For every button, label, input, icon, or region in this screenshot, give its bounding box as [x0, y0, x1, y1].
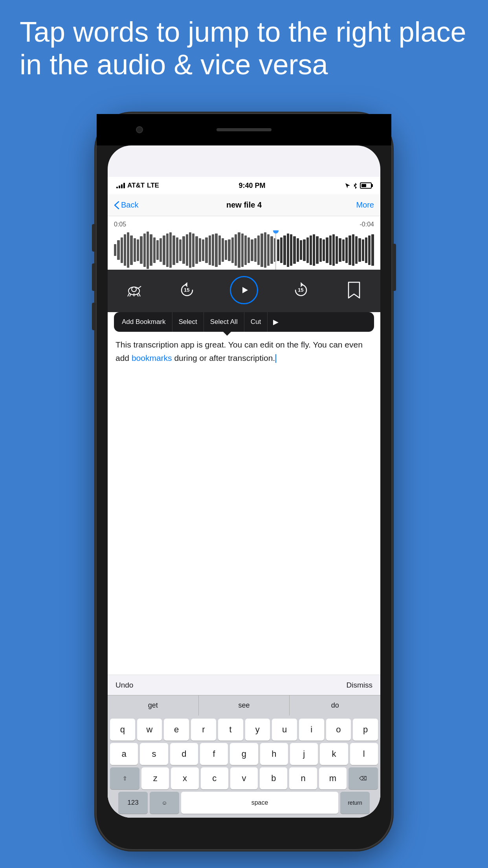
- waveform-bar: [310, 235, 312, 265]
- skip-back-icon: 15: [177, 280, 197, 300]
- bookmark-button[interactable]: [344, 280, 364, 300]
- carrier-label: AT&T: [127, 182, 145, 189]
- cut-menu-item[interactable]: Cut: [244, 312, 268, 332]
- key-v[interactable]: v: [230, 767, 258, 789]
- key-b[interactable]: b: [260, 767, 287, 789]
- key-s[interactable]: s: [140, 743, 168, 765]
- key-return-label: return: [348, 800, 362, 806]
- key-u[interactable]: u: [272, 719, 297, 741]
- key-row-4: 123 ☺ space return: [110, 792, 378, 814]
- key-p[interactable]: p: [353, 719, 378, 741]
- key-w[interactable]: w: [137, 719, 162, 741]
- key-q[interactable]: q: [110, 719, 135, 741]
- key-return[interactable]: return: [340, 792, 370, 814]
- waveform-bar: [140, 236, 142, 264]
- key-e[interactable]: e: [164, 719, 189, 741]
- key-space-label: space: [251, 799, 268, 806]
- key-numbers-label: 123: [127, 799, 138, 807]
- waveform-bar: [329, 235, 332, 265]
- key-h[interactable]: h: [260, 743, 288, 765]
- pred-word-2[interactable]: see: [199, 695, 290, 715]
- pred-word-1[interactable]: get: [108, 695, 199, 715]
- key-numbers[interactable]: 123: [118, 792, 148, 814]
- waveform-bar: [176, 237, 178, 263]
- waveform-bar: [303, 239, 305, 261]
- play-button[interactable]: [230, 276, 258, 304]
- waveform-bar: [293, 236, 295, 264]
- key-shift[interactable]: ⇧: [110, 767, 139, 789]
- signal-bar-1: [116, 187, 118, 188]
- key-emoji[interactable]: ☺: [150, 792, 179, 814]
- more-button[interactable]: More: [335, 200, 374, 210]
- waveform-bar: [169, 232, 172, 268]
- bookmark-icon: [344, 280, 364, 300]
- key-f[interactable]: f: [200, 743, 228, 765]
- key-i[interactable]: i: [299, 719, 324, 741]
- phone-speaker: [216, 128, 272, 131]
- waveform-bar: [339, 238, 341, 262]
- key-j[interactable]: j: [290, 743, 318, 765]
- transcription-area[interactable]: This transcription app is great. You can…: [108, 332, 380, 675]
- key-o[interactable]: o: [326, 719, 351, 741]
- waveform-bar: [336, 236, 338, 264]
- key-m[interactable]: m: [319, 767, 347, 789]
- skip-forward-button[interactable]: 15: [291, 280, 311, 300]
- key-t[interactable]: t: [218, 719, 243, 741]
- key-r[interactable]: r: [191, 719, 216, 741]
- waveform[interactable]: [114, 230, 374, 270]
- svg-text:15: 15: [184, 287, 189, 293]
- screen-content: AT&T LTE 9:40 PM: [108, 177, 380, 818]
- waveform-bar: [319, 238, 322, 262]
- waveform-container[interactable]: 0:05 -0:04: [108, 216, 380, 270]
- select-menu-item[interactable]: Select: [172, 312, 204, 332]
- status-left: AT&T LTE: [116, 182, 159, 189]
- waveform-bar: [179, 239, 182, 261]
- key-l[interactable]: l: [350, 743, 378, 765]
- key-space[interactable]: space: [181, 792, 338, 814]
- waveform-bar: [195, 236, 198, 264]
- key-x[interactable]: x: [171, 767, 198, 789]
- context-menu-bubble: Add Bookmark Select Select All Cut ▶: [114, 312, 374, 332]
- speed-control[interactable]: [124, 280, 144, 300]
- skip-back-button[interactable]: 15: [177, 280, 197, 300]
- add-bookmark-menu-item[interactable]: Add Bookmark: [116, 312, 172, 332]
- controls-bar: 15: [108, 270, 380, 312]
- key-y[interactable]: y: [245, 719, 270, 741]
- pred-word-3[interactable]: do: [290, 695, 380, 715]
- select-all-menu-item[interactable]: Select All: [204, 312, 244, 332]
- waveform-bar: [137, 239, 139, 261]
- undo-button[interactable]: Undo: [116, 681, 133, 690]
- waveform-bar: [150, 234, 152, 266]
- keyboard: qwertyuiop asdfghjkl ⇧zxcvbnm⌫ 123 ☺: [108, 715, 380, 818]
- context-menu-arrow[interactable]: ▶: [268, 318, 284, 326]
- key-d[interactable]: d: [170, 743, 198, 765]
- key-n[interactable]: n: [289, 767, 317, 789]
- predictive-bar: get see do: [108, 695, 380, 715]
- key-delete[interactable]: ⌫: [349, 767, 378, 789]
- waveform-bar: [205, 237, 207, 263]
- waveform-bar: [290, 234, 292, 266]
- waveform-times: 0:05 -0:04: [114, 221, 374, 228]
- waveform-bar: [186, 234, 188, 266]
- key-k[interactable]: k: [320, 743, 348, 765]
- svg-line-2: [128, 293, 129, 296]
- bluetooth-icon: [353, 182, 358, 189]
- dismiss-button[interactable]: Dismiss: [347, 681, 373, 690]
- time-remaining: -0:04: [360, 221, 374, 228]
- text-cursor: [275, 354, 276, 363]
- key-a[interactable]: a: [110, 743, 138, 765]
- bookmarks-link[interactable]: bookmarks: [132, 353, 172, 362]
- key-c[interactable]: c: [201, 767, 228, 789]
- back-button[interactable]: Back: [114, 200, 153, 210]
- waveform-bar: [241, 234, 244, 267]
- waveform-bar: [218, 235, 221, 265]
- waveform-bar: [127, 232, 129, 268]
- waveform-bar: [130, 235, 132, 265]
- back-label: Back: [121, 200, 138, 210]
- key-z[interactable]: z: [141, 767, 169, 789]
- waveform-bar: [244, 235, 247, 265]
- key-g[interactable]: g: [230, 743, 258, 765]
- waveform-bar: [371, 234, 374, 266]
- waveform-bar: [166, 234, 169, 267]
- playhead: [275, 230, 276, 270]
